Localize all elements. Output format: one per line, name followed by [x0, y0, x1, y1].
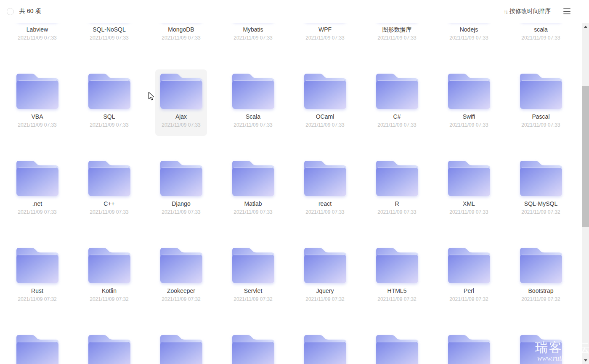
- folder-name: Rust: [11, 287, 63, 295]
- folder-item[interactable]: [11, 331, 63, 364]
- sort-control[interactable]: ↑↓ 按修改时间排序: [504, 8, 551, 15]
- folder-cell: [1, 331, 73, 364]
- folder-name: Servlet: [227, 287, 279, 295]
- folder-date: 2021/11/09 07:33: [515, 121, 567, 129]
- folder-name: Perl: [443, 287, 495, 295]
- folder-icon: [376, 161, 418, 196]
- folder-item[interactable]: [155, 331, 207, 364]
- folder-name: WPF: [299, 25, 351, 34]
- folder-item[interactable]: [443, 331, 495, 364]
- folder-item[interactable]: Jquery2021/11/09 07:32: [299, 244, 351, 310]
- folder-item[interactable]: .net2021/11/09 07:33: [11, 157, 63, 223]
- folder-icon: [448, 74, 490, 109]
- folder-date: 2021/11/09 07:33: [299, 121, 351, 129]
- folder-date: 2021/11/09 07:33: [443, 208, 495, 216]
- folder-cell: Kotlin2021/11/09 07:32: [73, 244, 145, 331]
- folder-icon: [376, 74, 418, 109]
- folder-item[interactable]: VBA2021/11/09 07:33: [11, 69, 63, 136]
- folder-name: SQL: [83, 112, 135, 121]
- folder-date: 2021/11/09 07:33: [11, 34, 63, 42]
- folder-item[interactable]: Perl2021/11/09 07:32: [443, 244, 495, 310]
- folder-cell: [289, 331, 361, 364]
- folder-icon: [16, 74, 58, 109]
- vertical-scrollbar[interactable]: [582, 23, 589, 364]
- folder-cell: [145, 331, 217, 364]
- folder-item[interactable]: R2021/11/09 07:33: [371, 157, 423, 223]
- folder-date: 2021/11/09 07:33: [371, 121, 423, 129]
- sort-label: 按修改时间排序: [509, 8, 551, 15]
- folder-item[interactable]: C++2021/11/09 07:33: [83, 157, 135, 223]
- folder-date: 2021/11/09 07:33: [371, 208, 423, 216]
- folder-cell: XML2021/11/09 07:33: [433, 157, 505, 244]
- folder-item[interactable]: Rust2021/11/09 07:32: [11, 244, 63, 310]
- folder-cell: HTML52021/11/09 07:32: [361, 244, 433, 331]
- folder-date: 2021/11/09 07:33: [83, 121, 135, 129]
- folder-date: 2021/11/09 07:33: [371, 34, 423, 42]
- folder-item[interactable]: SQL2021/11/09 07:33: [83, 69, 135, 136]
- folder-item[interactable]: Kotlin2021/11/09 07:32: [83, 244, 135, 310]
- folder-item[interactable]: Pascal2021/11/09 07:33: [515, 69, 567, 136]
- folder-name: Labview: [11, 25, 63, 34]
- folder-item[interactable]: Swifi2021/11/09 07:33: [443, 69, 495, 136]
- folder-icon: [520, 161, 562, 196]
- folder-date: 2021/11/09 07:33: [443, 34, 495, 42]
- folder-item[interactable]: Matlab2021/11/09 07:33: [227, 157, 279, 223]
- folder-icon: [448, 248, 490, 283]
- folder-item[interactable]: [299, 331, 351, 364]
- folder-item[interactable]: XML2021/11/09 07:33: [443, 157, 495, 223]
- folder-name: scala: [515, 25, 567, 34]
- folder-item[interactable]: Bootstrap2021/11/09 07:32: [515, 244, 567, 310]
- folder-icon: [376, 335, 418, 364]
- folder-item[interactable]: HTML52021/11/09 07:32: [371, 244, 423, 310]
- select-all-checkbox[interactable]: [7, 8, 14, 15]
- folder-icon: [304, 161, 346, 196]
- folder-cell: Zookeeper2021/11/09 07:32: [145, 244, 217, 331]
- folder-item[interactable]: Django2021/11/09 07:33: [155, 157, 207, 223]
- folder-item[interactable]: SQL-MySQL2021/11/09 07:32: [515, 157, 567, 223]
- folder-icon: [232, 161, 274, 196]
- toolbar: 共 60 项 ↑↓ 按修改时间排序: [0, 0, 589, 23]
- folder-item[interactable]: Zookeeper2021/11/09 07:32: [155, 244, 207, 310]
- folder-item[interactable]: [515, 331, 567, 364]
- folder-item[interactable]: [83, 331, 135, 364]
- folder-item[interactable]: react2021/11/09 07:33: [299, 157, 351, 223]
- folder-item[interactable]: Scala2021/11/09 07:33: [227, 69, 279, 136]
- folder-item[interactable]: Servlet2021/11/09 07:32: [227, 244, 279, 310]
- folder-cell: SQL2021/11/09 07:33: [73, 69, 145, 157]
- folder-item[interactable]: [371, 331, 423, 364]
- folder-date: 2021/11/09 07:33: [155, 34, 207, 42]
- folder-icon: [160, 248, 202, 283]
- folder-cell: Pascal2021/11/09 07:33: [505, 69, 577, 157]
- scrollbar-thumb[interactable]: [582, 86, 589, 227]
- folder-date: 2021/11/09 07:32: [155, 295, 207, 303]
- folder-date: 2021/11/09 07:32: [83, 295, 135, 303]
- folder-date: 2021/11/09 07:32: [11, 295, 63, 303]
- folder-item[interactable]: [227, 331, 279, 364]
- folder-item[interactable]: Ajax2021/11/09 07:33: [155, 69, 207, 136]
- folder-icon: [88, 161, 130, 196]
- folder-date: 2021/11/09 07:32: [227, 295, 279, 303]
- folder-name: C++: [83, 199, 135, 208]
- folder-icon: [88, 74, 130, 109]
- folder-date: 2021/11/09 07:33: [299, 208, 351, 216]
- folder-cell: [73, 331, 145, 364]
- item-count-label: 共 60 项: [19, 8, 41, 15]
- folder-date: 2021/11/09 07:33: [299, 34, 351, 42]
- folder-date: 2021/11/09 07:33: [11, 121, 63, 129]
- folder-icon: [88, 248, 130, 283]
- folder-date: 2021/11/09 07:33: [443, 121, 495, 129]
- folder-name: Matlab: [227, 199, 279, 208]
- folder-icon: [448, 335, 490, 364]
- folder-item[interactable]: C#2021/11/09 07:33: [371, 69, 423, 136]
- list-view-toggle-icon[interactable]: [563, 7, 570, 16]
- folder-name: Swifi: [443, 112, 495, 121]
- folder-name: Zookeeper: [155, 287, 207, 295]
- folder-icon: [304, 248, 346, 283]
- folder-name: Nodejs: [443, 25, 495, 34]
- folder-item[interactable]: OCaml2021/11/09 07:33: [299, 69, 351, 136]
- folder-date: 2021/11/09 07:33: [83, 208, 135, 216]
- scroll-down-icon[interactable]: [582, 357, 589, 364]
- folder-date: 2021/11/09 07:33: [83, 34, 135, 42]
- folder-cell: C++2021/11/09 07:33: [73, 157, 145, 244]
- scroll-up-icon[interactable]: [582, 23, 589, 30]
